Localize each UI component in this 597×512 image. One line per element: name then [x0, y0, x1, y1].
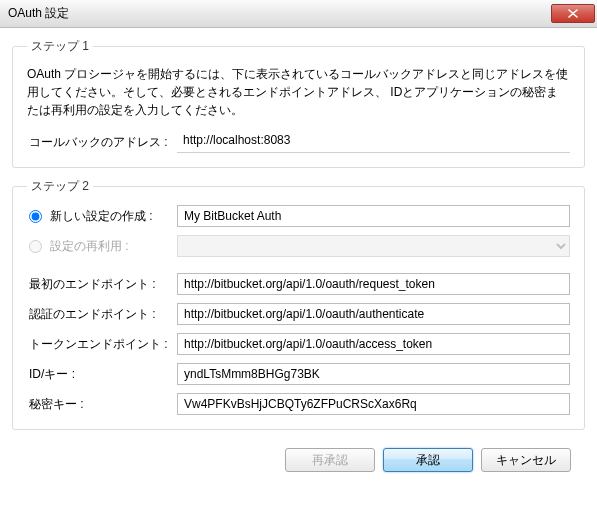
- reuse-select: [177, 235, 570, 257]
- first-endpoint-input[interactable]: [177, 273, 570, 295]
- step1-group: ステップ 1 OAuth プロシージャを開始するには、下に表示されているコールバ…: [12, 38, 585, 168]
- reuse-radio: [29, 240, 42, 253]
- close-icon: [568, 9, 578, 18]
- auth-endpoint-input[interactable]: [177, 303, 570, 325]
- first-endpoint-label: 最初のエンドポイント :: [27, 276, 177, 293]
- auth-endpoint-label: 認証のエンドポイント :: [27, 306, 177, 323]
- cancel-button[interactable]: キャンセル: [481, 448, 571, 472]
- titlebar: OAuth 設定: [0, 0, 597, 28]
- reuse-text: 設定の再利用 :: [50, 238, 129, 255]
- create-new-radio-label[interactable]: 新しい設定の作成 :: [27, 208, 177, 225]
- dialog-content: ステップ 1 OAuth プロシージャを開始するには、下に表示されているコールバ…: [0, 28, 597, 484]
- dialog-title: OAuth 設定: [8, 5, 69, 22]
- secret-key-label: 秘密キー :: [27, 396, 177, 413]
- step1-instructions: OAuth プロシージャを開始するには、下に表示されているコールバックアドレスと…: [27, 65, 570, 119]
- reauth-button: 再承認: [285, 448, 375, 472]
- close-button[interactable]: [551, 4, 595, 23]
- token-endpoint-input[interactable]: [177, 333, 570, 355]
- step2-group: ステップ 2 新しい設定の作成 : 設定の再利用 : 最初のエンドポイント : …: [12, 178, 585, 430]
- callback-address-value: http://localhost:8083: [177, 131, 570, 153]
- id-key-label: ID/キー :: [27, 366, 177, 383]
- create-new-radio[interactable]: [29, 210, 42, 223]
- secret-key-input[interactable]: [177, 393, 570, 415]
- token-endpoint-label: トークンエンドポイント :: [27, 336, 177, 353]
- id-key-input[interactable]: [177, 363, 570, 385]
- callback-label: コールバックのアドレス :: [27, 134, 177, 151]
- step1-legend: ステップ 1: [27, 38, 93, 55]
- create-new-text: 新しい設定の作成 :: [50, 208, 153, 225]
- create-new-input[interactable]: [177, 205, 570, 227]
- button-bar: 再承認 承認 キャンセル: [12, 440, 585, 484]
- approve-button[interactable]: 承認: [383, 448, 473, 472]
- reuse-radio-label: 設定の再利用 :: [27, 238, 177, 255]
- step2-legend: ステップ 2: [27, 178, 93, 195]
